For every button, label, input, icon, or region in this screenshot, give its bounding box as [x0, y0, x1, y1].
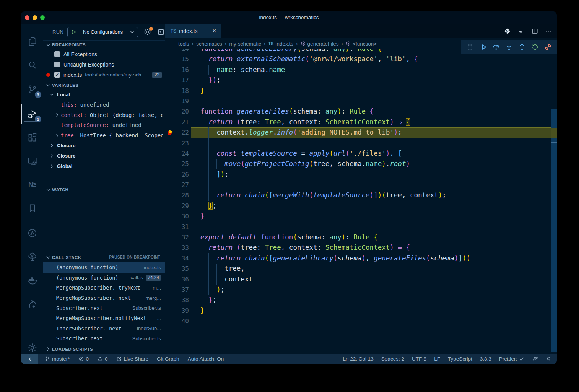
stack-frame[interactable]: (anonymous function)call.js74:24	[43, 273, 165, 283]
code-line[interactable]: 27	[165, 180, 557, 190]
activity-bookmarks[interactable]	[24, 200, 40, 216]
activity-settings[interactable]	[24, 340, 40, 355]
close-tab-icon[interactable]: ×	[213, 28, 216, 34]
breakpoint-item[interactable]: Uncaught Exceptions	[43, 59, 165, 70]
continue-button[interactable]	[478, 42, 488, 52]
code-line[interactable]: 28 return chain([mergeWith(templateSourc…	[165, 190, 557, 200]
debug-console-icon[interactable]	[157, 28, 165, 36]
code-line[interactable]: 19	[165, 96, 557, 106]
step-into-button[interactable]	[504, 42, 514, 52]
launch-configuration-dropdown[interactable]: No Configurations	[67, 27, 138, 37]
step-over-button[interactable]	[491, 42, 501, 52]
breadcrumb-item[interactable]: schematics	[189, 41, 222, 47]
variable-scope-row[interactable]: Closure	[43, 151, 165, 161]
stack-frame[interactable]: InnerSubscriber._nextInnerSub...	[43, 324, 165, 334]
activity-source-control[interactable]: 3	[24, 81, 40, 97]
gitlens-icon[interactable]	[504, 28, 511, 35]
stack-frame[interactable]: MergeMapSubscriber._nextmerg...	[43, 293, 165, 303]
code-line[interactable]: 26 ]);	[165, 169, 557, 180]
remote-indicator[interactable]	[21, 354, 38, 364]
code-line[interactable]: 38 };	[165, 295, 557, 305]
activity-remote-explorer[interactable]	[24, 153, 40, 169]
breakpoint-item[interactable]: ✓index.tstools/schematics/my-sch...22	[43, 70, 165, 80]
code-line[interactable]: 18}	[165, 86, 557, 96]
open-changes-icon[interactable]	[517, 28, 525, 35]
editor-scrollbar[interactable]	[551, 24, 557, 354]
code-line[interactable]: 40	[165, 316, 557, 326]
status-item-lf[interactable]: LF	[434, 356, 440, 362]
variable-scope-row[interactable]: Closure	[43, 140, 165, 151]
status-item-auto-attach-on[interactable]: Auto Attach: On	[188, 356, 224, 362]
breadcrumb-item[interactable]: my-schematic	[222, 41, 261, 47]
variables-section-header[interactable]: VARIABLES	[43, 81, 165, 89]
status-item-utf-8[interactable]: UTF-8	[412, 356, 426, 362]
code-line[interactable]: 39}	[165, 306, 557, 316]
paused-breakpoint-icon[interactable]: ➤	[167, 129, 175, 137]
breakpoint-item[interactable]: All Exceptions	[43, 49, 165, 59]
variable-row[interactable]: context: Object {debug: false, en…	[43, 110, 165, 120]
code-line[interactable]: 34 return chain([generateLibrary(schema)…	[165, 253, 557, 264]
stack-frame[interactable]: Subscriber.nextSubscriber.ts	[43, 333, 165, 344]
code-line[interactable]: 32export default function(schema: any): …	[165, 232, 557, 242]
breakpoint-checkbox[interactable]	[54, 51, 60, 57]
status-item-0[interactable]: 0	[78, 356, 89, 362]
activity-docker[interactable]	[24, 273, 40, 288]
code-line[interactable]: 35 tree,	[165, 264, 557, 274]
loaded-scripts-section-header[interactable]: LOADED SCRIPTS	[43, 345, 165, 353]
breakpoint-checkbox[interactable]: ✓	[54, 72, 60, 78]
activity-search[interactable]	[24, 57, 40, 73]
variable-row[interactable]: this: undefined	[43, 100, 165, 110]
breadcrumb-item[interactable]: tools	[178, 41, 189, 47]
breakpoint-checkbox[interactable]	[54, 62, 60, 67]
breadcrumb-item[interactable]: TSindex.ts	[261, 41, 293, 47]
code-line[interactable]: ➤22 context.logger.info('adding NOTES.md…	[165, 127, 557, 138]
stack-frame[interactable]: MergeMapSubscriber._tryNextm...	[43, 283, 165, 293]
code-line[interactable]: 17 });	[165, 75, 557, 85]
breadcrumb-item[interactable]: <function>	[338, 41, 377, 47]
breadcrumb-item[interactable]: generateFiles	[293, 41, 338, 47]
code-line[interactable]: 25 move(getProjectConfig(tree, schema.na…	[165, 159, 557, 169]
activity-live-share[interactable]	[24, 297, 40, 312]
activity-run-and-debug[interactable]: 1	[24, 106, 40, 121]
stack-frame[interactable]: (anonymous function)index.ts	[43, 262, 165, 273]
activity-nx-console[interactable]: N≥	[24, 177, 40, 192]
code-line[interactable]: 31	[165, 222, 557, 232]
code-line[interactable]: 20function generateFiles(schema: any): R…	[165, 106, 557, 117]
scrollbar-slider[interactable]	[551, 109, 557, 352]
status-item-master-[interactable]: master*	[44, 356, 70, 362]
split-editor-icon[interactable]	[531, 28, 538, 35]
activity-test-explorer[interactable]	[24, 249, 40, 264]
code-line[interactable]: 37 );	[165, 285, 557, 295]
breakpoints-section-header[interactable]: BREAKPOINTS	[43, 40, 165, 49]
start-debugging-icon[interactable]	[71, 29, 76, 35]
status-item-0[interactable]: 0	[97, 356, 108, 362]
status-item-spaces-2[interactable]: Spaces: 2	[381, 356, 404, 362]
disconnect-button[interactable]	[543, 42, 553, 52]
status-item-typescript[interactable]: TypeScript	[448, 356, 472, 362]
drag-handle-button[interactable]	[465, 42, 475, 52]
code-line[interactable]: 16 name: schema.name	[165, 65, 557, 75]
code-line[interactable]: 21 return (tree: Tree, context: Schemati…	[165, 117, 557, 127]
activity-extensions[interactable]	[24, 130, 40, 145]
variable-scope-row[interactable]: Global	[43, 161, 165, 171]
variable-row[interactable]: tree: HostTree {_backend: ScopedH…	[43, 130, 165, 141]
call-stack-section-header[interactable]: CALL STACK PAUSED ON BREAKPOINT	[43, 253, 165, 261]
status-item-ln-22-col-13[interactable]: Ln 22, Col 13	[343, 356, 374, 362]
code-line[interactable]: 23	[165, 138, 557, 148]
status-item-3-8-3[interactable]: 3.8.3	[480, 356, 491, 362]
code-line[interactable]: 24 const templateSource = apply(url('./f…	[165, 148, 557, 159]
code-line[interactable]: 29 };	[165, 201, 557, 211]
debug-settings-gear-icon[interactable]	[143, 28, 151, 36]
status-item-live-share[interactable]: Live Share	[116, 356, 149, 362]
activity-explorer[interactable]	[24, 34, 40, 49]
variable-scope-row[interactable]: Local	[43, 89, 165, 100]
code-line[interactable]: 33 return (tree: Tree, context: Schemati…	[165, 242, 557, 253]
stack-frame[interactable]: MergeMapSubscriber.notifyNext...	[43, 313, 165, 324]
restart-button[interactable]	[530, 42, 540, 52]
watch-section-header[interactable]: WATCH	[43, 185, 165, 194]
step-out-button[interactable]	[517, 42, 527, 52]
status-item[interactable]	[546, 356, 551, 362]
variable-row[interactable]: templateSource: undefined	[43, 120, 165, 130]
code-line[interactable]: 30}	[165, 211, 557, 221]
status-item[interactable]	[532, 356, 538, 362]
